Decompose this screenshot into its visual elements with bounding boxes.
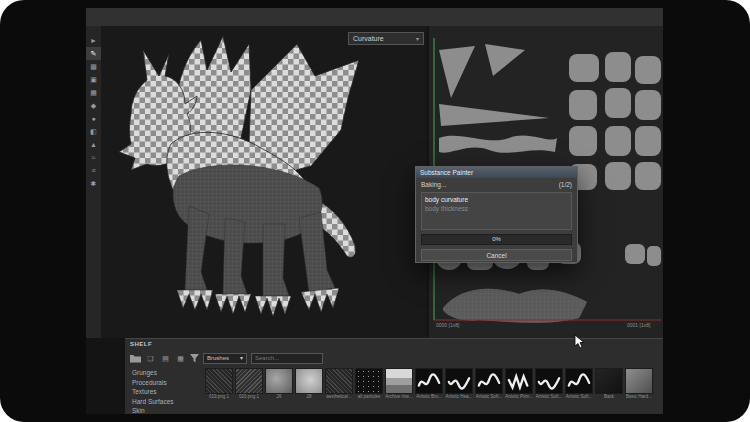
smudge-tool-icon[interactable]: ◆ — [86, 99, 101, 112]
app-titlebar — [86, 8, 663, 27]
folder-icon[interactable] — [130, 354, 141, 363]
polygon-fill-tool-icon[interactable]: ▦ — [86, 86, 101, 99]
brush-tool-icon[interactable]: ✎ — [86, 47, 101, 60]
dialog-titlebar[interactable]: Substance Painter — [416, 167, 577, 178]
thumbnail-label: 019.png 1 — [205, 394, 233, 400]
thumbnail-label: Artistic Prim... — [505, 394, 533, 400]
thumbnail-label: Artistic Hea... — [445, 394, 473, 400]
brush-stroke-thumbnail-image — [505, 368, 533, 394]
shelf-thumbnail[interactable]: Artistic Hea... — [445, 368, 473, 413]
thumbnail-label: all particles — [355, 394, 383, 400]
texture-thumbnail-image — [235, 368, 263, 394]
select-tool-icon[interactable]: ► — [86, 34, 101, 47]
shelf-panel: SHELF ❏ ▤ ▦ Brushes ▾ Grunges Pr — [125, 338, 663, 414]
mouse-cursor — [574, 334, 584, 349]
thumbnail-label: Basic Hard... — [625, 394, 653, 400]
eraser-tool-icon[interactable]: ▩ — [86, 60, 101, 73]
thumbnail-label: aesthetical... — [325, 394, 353, 400]
chevron-down-icon: ▾ — [240, 353, 243, 363]
dialog-title: Substance Painter — [420, 169, 473, 176]
thumbnail-label: 26 — [265, 394, 293, 400]
new-resource-icon[interactable]: ❏ — [145, 353, 156, 364]
category-grunges[interactable]: Grunges — [127, 368, 203, 378]
shelf-thumbnail[interactable]: 020.png 1 — [235, 368, 263, 413]
shelf-thumbnail[interactable]: aesthetical... — [325, 368, 353, 413]
bake-task-current: body curvature — [425, 195, 568, 204]
substance-painter-window: ► ✎ ▩ ▣ ▦ ◆ ● ◧ ▲ ≈ ≡ ✱ — [86, 8, 663, 414]
baking-counter: (1/2) — [559, 181, 572, 190]
shelf-search-input[interactable] — [251, 353, 323, 364]
channel-dropdown-value: Curvature — [353, 33, 384, 45]
quick-mask-tool-icon[interactable]: ▲ — [86, 138, 101, 151]
shelf-thumbnail[interactable]: all particles — [355, 368, 383, 413]
udim-tile-label: 0000 [1x8] — [436, 322, 459, 328]
texture-thumbnail-image — [205, 368, 233, 394]
category-textures[interactable]: Textures — [127, 387, 203, 397]
thumbnail-label: Artistic Bru... — [415, 394, 443, 400]
projection-tool-icon[interactable]: ▣ — [86, 73, 101, 86]
material-picker-tool-icon[interactable]: ◧ — [86, 125, 101, 138]
texture-thumbnail-image — [355, 368, 383, 394]
thumbnail-label: Back — [595, 394, 623, 400]
viewport-3d[interactable]: Curvature ▾ — [101, 26, 427, 338]
effects-tool-icon[interactable]: ✱ — [86, 177, 101, 190]
shelf-left-gap — [86, 338, 125, 414]
path-tool-icon[interactable]: ≈ — [86, 151, 101, 164]
brush-stroke-thumbnail-image — [535, 368, 563, 394]
thumbnail-label: 020.png 1 — [235, 394, 263, 400]
channel-dropdown[interactable]: Curvature ▾ — [348, 32, 424, 45]
baking-status-text: Baking... — [421, 181, 446, 190]
shelf-thumbnail[interactable]: Back — [595, 368, 623, 413]
texture-thumbnail-image — [265, 368, 293, 394]
brush-stroke-thumbnail-image — [565, 368, 593, 394]
brush-stroke-thumbnail-image — [445, 368, 473, 394]
shelf-thumbnail[interactable]: 26 — [265, 368, 293, 413]
texture-thumbnail-image — [595, 368, 623, 394]
shelf-thumbnail[interactable]: Artistic Soft... — [475, 368, 503, 413]
texture-thumbnail-image — [625, 368, 653, 394]
baking-dialog: Substance Painter Baking... (1/2) body c… — [415, 166, 578, 263]
shelf-thumbnail[interactable]: 019.png 1 — [205, 368, 233, 413]
clone-tool-icon[interactable]: ● — [86, 112, 101, 125]
shelf-thumbnail[interactable]: Artistic Soft... — [565, 368, 593, 413]
brushes-filter-value: Brushes — [207, 353, 229, 363]
shelf-categories: Grunges Procedurals Textures Hard Surfac… — [127, 368, 203, 414]
thumbnail-label: Artistic Soft... — [535, 394, 563, 400]
shelf-thumbnail[interactable]: Basic Hard... — [625, 368, 653, 413]
brush-stroke-thumbnail-image — [415, 368, 443, 394]
shelf-thumbnail[interactable]: Artistic Soft... — [535, 368, 563, 413]
thumbnail-label: Artistic Soft... — [565, 394, 593, 400]
udim-tile-label: 0001 [1x8] — [627, 322, 650, 328]
shelf-thumbnail[interactable]: 28 — [295, 368, 323, 413]
dialog-body: Baking... (1/2) body curvature body thic… — [416, 178, 577, 264]
layers-tool-icon[interactable]: ≡ — [86, 164, 101, 177]
shelf-thumbnail[interactable]: Archive Inte... — [385, 368, 413, 413]
import-resources-icon[interactable]: ▤ — [160, 353, 171, 364]
shelf-thumbnail[interactable]: Artistic Prim... — [505, 368, 533, 413]
device-frame: ► ✎ ▩ ▣ ▦ ◆ ● ◧ ▲ ≈ ≡ ✱ — [0, 0, 750, 422]
thumbnail-label: 28 — [295, 394, 323, 400]
progress-bar: 0% — [421, 234, 572, 245]
grid-view-icon[interactable]: ▦ — [175, 353, 186, 364]
shelf-toolbar: ❏ ▤ ▦ Brushes ▾ — [125, 350, 663, 366]
brushes-filter-dropdown[interactable]: Brushes ▾ — [203, 353, 247, 364]
texture-thumbnail-image — [325, 368, 353, 394]
cancel-button[interactable]: Cancel — [421, 249, 572, 261]
bake-task-pending: body thickness — [425, 204, 568, 213]
thumbnail-label: Archive Inte... — [385, 394, 413, 400]
tool-column: ► ✎ ▩ ▣ ▦ ◆ ● ◧ ▲ ≈ ≡ ✱ — [86, 26, 102, 338]
shelf-title: SHELF — [130, 341, 152, 347]
brush-stroke-thumbnail-image — [475, 368, 503, 394]
thumbnail-label: Artistic Soft... — [475, 394, 503, 400]
category-procedurals[interactable]: Procedurals — [127, 378, 203, 388]
filter-funnel-icon[interactable] — [190, 354, 199, 363]
shelf-thumbnail-strip: 019.png 1 020.png 1 26 28 aesthetical... — [205, 368, 661, 413]
shelf-thumbnail[interactable]: Artistic Bru... — [415, 368, 443, 413]
bake-task-list: body curvature body thickness — [421, 192, 572, 230]
chevron-down-icon: ▾ — [416, 33, 419, 45]
texture-thumbnail-image — [385, 368, 413, 394]
texture-thumbnail-image — [295, 368, 323, 394]
dragon-model — [101, 26, 427, 338]
category-skin[interactable]: Skin — [127, 406, 203, 414]
category-hard-surfaces[interactable]: Hard Surfaces — [127, 397, 203, 407]
